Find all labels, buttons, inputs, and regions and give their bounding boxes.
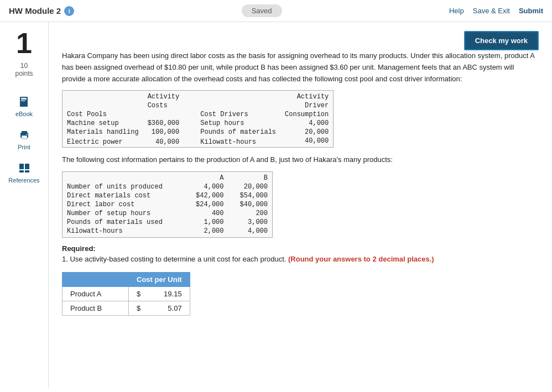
required-note: (Round your answers to 2 decimal places.… — [288, 255, 434, 263]
product-b-dollar: $ — [129, 301, 142, 316]
product-a-value[interactable]: 19.15 — [142, 287, 190, 301]
sidebar-item-print[interactable]: Print — [0, 124, 48, 155]
intro-text: Hakara Company has been using direct lab… — [62, 51, 534, 83]
production-intro-text: The following cost information pertains … — [62, 155, 393, 164]
table-row: Electric power 40,000 Kilowatt-hours 40,… — [63, 137, 334, 148]
required-label: Required: — [62, 244, 539, 253]
instruction-text: 1. Use activity-based costing to determi… — [62, 255, 286, 263]
required-instruction: 1. Use activity-based costing to determi… — [62, 255, 539, 263]
svg-rect-8 — [19, 164, 24, 169]
check-my-work-button[interactable]: Check my work — [464, 31, 539, 50]
points-label: 10 points — [15, 62, 33, 77]
sidebar-item-references[interactable]: References — [0, 157, 48, 188]
svg-rect-3 — [21, 101, 25, 101]
save-exit-link[interactable]: Save & Exit — [473, 7, 510, 15]
answer-row-product-a: Product A $ 19.15 — [63, 287, 190, 301]
table-row: Kilowatt-hours 2,000 4,000 — [63, 227, 273, 238]
svg-point-7 — [27, 134, 28, 135]
answer-row-product-b: Product B $ 5.07 — [63, 301, 190, 316]
content-area: Check my work Hakara Company has been us… — [49, 22, 552, 389]
product-b-value[interactable]: 5.07 — [142, 301, 190, 316]
production-table: A B Number of units produced 4,000 20,00… — [62, 171, 273, 238]
ebook-icon — [18, 95, 31, 108]
header-actions: Help Save & Exit Submit — [449, 7, 543, 15]
cost-pool-table: Activity Activity Costs Driver Cost Pool… — [62, 90, 334, 148]
answer-col-label — [63, 273, 129, 287]
svg-rect-6 — [22, 135, 27, 139]
page-title: HW Module 2 i — [9, 6, 74, 16]
svg-rect-1 — [21, 98, 27, 99]
table-row: Machine setup $360,000 Setup hours 4,000 — [63, 119, 334, 128]
ebook-label: eBook — [15, 111, 33, 117]
points-value: 10 — [20, 62, 28, 70]
table-row: Direct materials cost $42,000 $54,000 — [63, 191, 273, 200]
table-header-row: A B — [63, 172, 273, 183]
svg-rect-5 — [22, 131, 27, 134]
svg-rect-2 — [21, 100, 27, 100]
print-label: Print — [18, 144, 30, 150]
svg-rect-9 — [25, 164, 29, 169]
submit-button[interactable]: Submit — [519, 7, 543, 15]
answer-table-header: Cost per Unit — [63, 273, 190, 287]
problem-intro: Hakara Company has been using direct lab… — [62, 50, 539, 85]
product-a-dollar: $ — [129, 287, 142, 301]
table-row: Activity Activity — [63, 91, 334, 102]
table-row: Number of setup hours 400 200 — [63, 209, 273, 218]
references-icon — [18, 161, 31, 175]
table-row: Costs Driver — [63, 101, 334, 110]
answer-col-cost-per-unit: Cost per Unit — [129, 273, 190, 287]
product-a-label: Product A — [63, 287, 129, 301]
saved-status: Saved — [242, 4, 282, 17]
title-text: HW Module 2 — [9, 6, 61, 15]
table-row: Materials handling 100,000 Pounds of mat… — [63, 128, 334, 137]
svg-rect-11 — [25, 170, 29, 173]
question-number: 1 — [16, 29, 32, 58]
points-text: points — [15, 70, 33, 77]
sidebar-item-ebook[interactable]: eBook — [0, 91, 48, 122]
table-header-row: Cost Pools Cost Drivers Consumption — [63, 110, 334, 119]
table-row: Direct labor cost $24,000 $40,000 — [63, 200, 273, 209]
table-row: Pounds of materials used 1,000 3,000 — [63, 218, 273, 227]
header: HW Module 2 i Saved Help Save & Exit Sub… — [0, 0, 552, 22]
table-row: Number of units produced 4,000 20,000 — [63, 182, 273, 191]
product-b-label: Product B — [63, 301, 129, 316]
print-icon — [18, 128, 31, 142]
info-icon[interactable]: i — [64, 6, 74, 16]
answer-table: Cost per Unit Product A $ 19.15 Product … — [62, 272, 190, 316]
sidebar: 1 10 points eBook — [0, 22, 49, 389]
production-intro: The following cost information pertains … — [62, 154, 539, 166]
references-label: References — [8, 177, 39, 184]
svg-rect-10 — [19, 170, 24, 173]
main-layout: 1 10 points eBook — [0, 22, 552, 389]
help-link[interactable]: Help — [449, 7, 464, 15]
